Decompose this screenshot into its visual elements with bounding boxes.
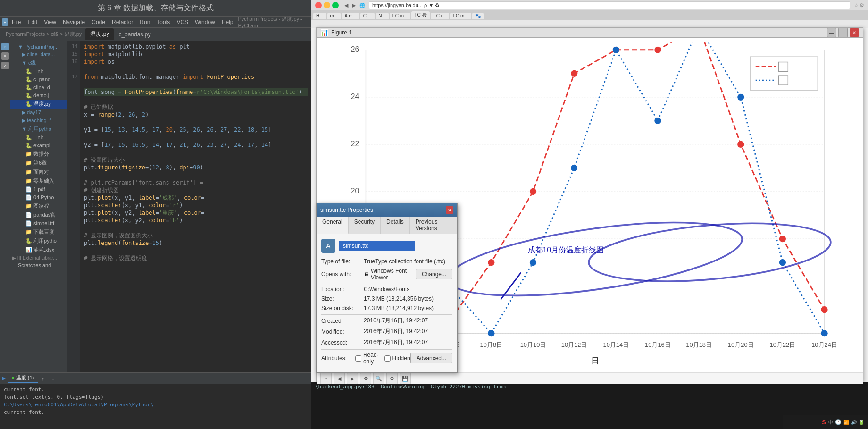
dialog-content: A Type of file: TrueType collection font… [317,234,457,372]
figure-restore-btn[interactable]: □ [838,28,848,37]
tree-shujufen[interactable]: 📁 数据分 [10,150,67,159]
filename-input[interactable] [339,241,415,251]
z-icon[interactable]: Z [1,62,9,69]
browser-max-btn[interactable] [332,2,339,8]
tree-c-xian[interactable]: ▼ c线 [10,59,67,67]
code-line-blank5 [84,134,308,141]
tree-demo[interactable]: 🐍 demo.j [10,92,67,100]
tree-1pdf[interactable]: 📄 1.pdf [10,185,67,193]
tree-liyong2[interactable]: 🐍 利用pytho [10,236,67,245]
tool-save[interactable]: 💾 [400,373,411,384]
readonly-checkbox[interactable] [355,355,361,362]
browser-tab-paw[interactable]: 🐾 [472,13,484,19]
url-bar[interactable]: https://jingyan.baidu... ρ ▼ ♻ [369,1,850,9]
figure-title: Figure 1 [331,29,827,36]
bottom-tabs: ▶ ● 温度 (1) ↑ ↓ [0,373,311,384]
tool-zoom[interactable]: 🔍 [373,373,384,384]
browser-tab-n[interactable]: N... [376,13,389,19]
browser-tab-c[interactable]: C ... [360,13,375,19]
menu-code[interactable]: Code [89,18,108,26]
tree-example[interactable]: 🐍 exampl [10,142,67,150]
code-editor[interactable]: 14 15 16 17 [67,41,311,372]
tree-jichu[interactable]: 📁 零基础入 [10,177,67,185]
advanced-btn[interactable]: Advanced... [410,353,452,363]
dialog-close-btn[interactable]: ✕ [446,206,453,214]
browser-tab-fc1[interactable]: FC m... [390,13,411,19]
figure-close-btn[interactable]: ✕ [850,28,859,37]
tab-wendu[interactable]: 温度.py [85,28,114,40]
menu-refactor[interactable]: Refactor [109,18,136,26]
menu-edit[interactable]: Edit [25,18,40,26]
browser-tab-fc4[interactable]: FC m... [450,13,471,19]
hidden-label[interactable]: Hidden [384,355,410,362]
menu-view[interactable]: View [41,18,59,26]
change-btn[interactable]: Change... [416,269,452,279]
browser-tab-m2[interactable]: A m... [342,13,359,19]
tab-pandas[interactable]: c_pandas.py [114,29,155,40]
code-line-blank1 [84,66,308,73]
tree-xiazai[interactable]: 📁 下载百度 [10,227,67,236]
tree-liyong[interactable]: ▼ 利用pytho [10,125,67,134]
browser-tabs: H... m... A m... C ... N... FC m... FC 授… [311,10,868,20]
menu-vcs[interactable]: VCS [174,18,191,26]
tree-simsun[interactable]: 📄 simhei.ttf [10,219,67,227]
tree-xlsx[interactable]: 📊 油耗.xlsx [10,245,67,254]
tree-day17[interactable]: ▶ day17 [10,109,67,117]
project-sidebar-icon[interactable]: P [1,43,9,50]
dialog-tab-general[interactable]: General [317,217,349,234]
ide-content: P ≡ Z ▼ PycharmProj... ▶ cline_data... ▼… [0,41,311,372]
browser-close-btn[interactable] [315,2,322,8]
dialog-tab-versions[interactable]: Previous Versions [410,217,457,234]
tree-init2[interactable]: 🐍 _init_ [10,134,67,142]
tool-forward[interactable]: ▶ [347,373,358,384]
menu-help[interactable]: Help [219,18,236,26]
tree-cline-data[interactable]: ▶ cline_data... [10,50,67,59]
tree-pandas-doc[interactable]: 📄 pandas官 [10,210,67,219]
settings-icon[interactable]: ⚙ [860,2,864,8]
chapter-heading: 第 6 章 数据加载、存储与文件格式 [0,0,311,17]
browser-min-btn[interactable] [324,2,330,8]
tree-c-pand[interactable]: 🐍 c_pand [10,76,67,84]
menu-file[interactable]: File [9,18,24,26]
tree-mianxiang[interactable]: 📁 面向对 [10,168,67,177]
menu-window[interactable]: Window [192,18,218,26]
menu-navigate[interactable]: Navigate [60,18,88,26]
dialog-tab-details[interactable]: Details [381,217,410,234]
type-value: TrueType collection font file (.ttc) [364,258,452,265]
structure-icon[interactable]: ≡ [1,52,9,60]
run-tab[interactable]: ● 温度 (1) [8,373,38,383]
browser-tab-h[interactable]: H... [313,13,326,19]
tool-pan[interactable]: ✥ [360,373,371,384]
down-btn[interactable]: ↓ [48,375,58,382]
svg-point-41 [821,306,827,313]
tree-wendu[interactable]: 🐍 温度.py [10,100,67,109]
back-btn[interactable]: ◀ [344,2,348,8]
hidden-checkbox[interactable] [384,355,391,362]
tool-home[interactable]: ⌂ [320,373,332,384]
created-label: Created: [321,318,364,324]
tree-di5[interactable]: 📁 第6章 [10,159,67,168]
tool-settings[interactable]: ⚙ [386,373,398,384]
favicon: 🌐 [359,3,365,8]
figure-minimize-btn[interactable]: — [827,28,836,37]
readonly-label[interactable]: Read-only [355,352,379,365]
up-btn[interactable]: ↑ [38,375,48,382]
code-content[interactable]: import matplotlib.pyplot as plt import m… [80,41,311,372]
tree-teaching[interactable]: ▶ teaching_f [10,117,67,125]
browser-tab-fc2[interactable]: FC 授 [411,11,429,19]
menu-tools[interactable]: Tools [154,18,173,26]
tree-04python[interactable]: 📄 04.Pytho [10,193,67,202]
star-icon[interactable]: ☆ [854,2,859,8]
tree-scratches[interactable]: Scratches and [10,261,67,269]
browser-tab-fc3[interactable]: FC r... [431,13,449,19]
menu-run[interactable]: Run [137,18,153,26]
tree-tuxiang[interactable]: 📁 图凌程 [10,202,67,210]
run-line-link[interactable]: C:\Users\renro001\AppData\Local\Programs… [4,401,308,409]
tree-init1[interactable]: 🐍 _init_ [10,67,67,76]
tool-back[interactable]: ◀ [334,373,345,384]
browser-tab-m1[interactable]: m... [327,13,341,19]
tree-pycharmprojects[interactable]: ▼ PycharmProj... [10,43,67,50]
forward-btn[interactable]: ▶ [352,2,356,8]
dialog-tab-security[interactable]: Security [349,217,381,234]
tree-cline-d[interactable]: 🐍 cline_d [10,84,67,92]
